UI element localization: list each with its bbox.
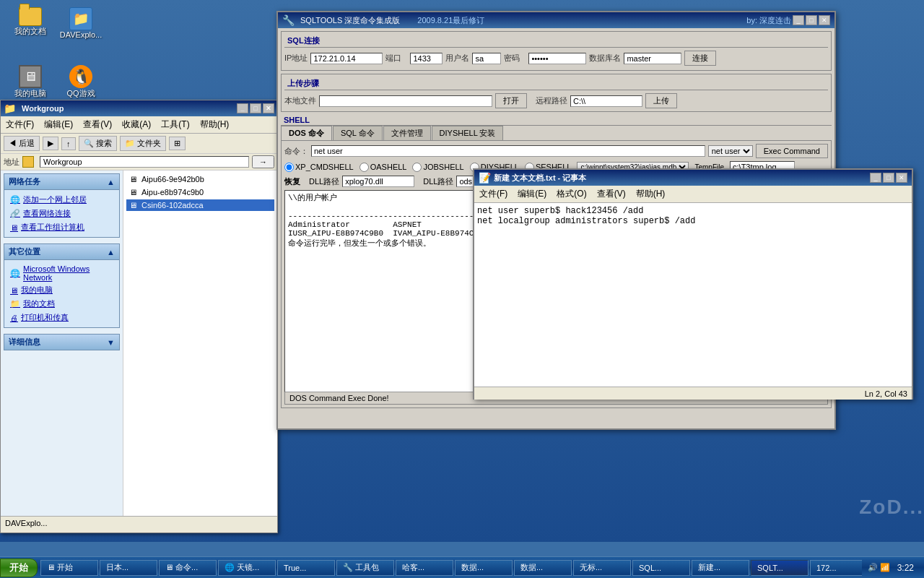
tab-file-manager[interactable]: 文件管理	[383, 126, 431, 140]
explorer-main: 🖥 Aipu66-9e942b0b 🖥 Aipu-e8b974c9b0 🖥 Cs…	[123, 171, 277, 516]
start-button[interactable]: 开始	[0, 558, 38, 577]
notepad-menu-view[interactable]: 查看(V)	[595, 187, 628, 201]
taskbar-item[interactable]: 🖥 开始	[40, 560, 98, 576]
pass-label: 密码	[504, 53, 526, 64]
menu-edit[interactable]: 编辑(E)	[42, 118, 75, 131]
davexplo-icon: 📁	[69, 7, 92, 30]
minimize-button[interactable]: _	[237, 103, 248, 113]
pass-input[interactable]	[528, 53, 586, 64]
radio-oashell[interactable]: OASHELL	[359, 163, 407, 172]
tab-diyshell[interactable]: DIYSHELL 安装	[432, 126, 504, 140]
tab-sql-command[interactable]: SQL 命令	[333, 126, 383, 140]
list-item[interactable]: 🖥 Aipu-e8b974c9b0	[126, 186, 274, 198]
forward-button[interactable]: ▶	[43, 137, 58, 150]
cmd-input[interactable]	[311, 145, 705, 157]
menu-favorites[interactable]: 收藏(A)	[120, 118, 153, 131]
network-tasks-header[interactable]: 网络任务 ▲	[4, 173, 120, 190]
upload-section-label: 上传步骤	[284, 77, 828, 90]
close-button[interactable]: ✕	[263, 103, 274, 113]
search-button[interactable]: 🔍 搜索	[79, 136, 117, 151]
address-input[interactable]: Workgroup	[40, 156, 249, 168]
menu-help[interactable]: 帮助(H)	[198, 118, 232, 131]
sqltools-minimize-btn[interactable]: _	[793, 15, 804, 25]
taskbar-items: 🖥 开始 日本... 🖥 命令... 🌐 天镜... True... 🔧 工具包…	[40, 560, 862, 576]
notepad-menu-format[interactable]: 格式(O)	[554, 187, 588, 201]
local-file-label: 本地文件	[284, 95, 316, 106]
taskbar-item-sqlt[interactable]: SQLT...	[751, 560, 808, 576]
list-item[interactable]: 🖥 Csin66-102adcca	[126, 199, 274, 211]
desktop-icon-qqgame[interactable]: 🐧 QQ游戏	[58, 65, 104, 99]
sqltools-close-btn[interactable]: ✕	[819, 15, 830, 25]
taskbar-item[interactable]: 无标...	[573, 560, 631, 576]
add-network-link[interactable]: 🌐 添加一个网上邻居	[10, 193, 113, 207]
notepad-menu-help[interactable]: 帮助(H)	[634, 187, 668, 201]
sqltools-subtitle: 2009.8.21最后修订	[417, 15, 484, 26]
cmd-dropdown[interactable]: net user	[708, 145, 753, 157]
menu-view[interactable]: 查看(V)	[81, 118, 114, 131]
upload-button[interactable]: 上传	[645, 93, 677, 108]
connect-button[interactable]: 连接	[684, 51, 716, 66]
explorer-menubar: 文件(F) 编辑(E) 查看(V) 收藏(A) 工具(T) 帮助(H)	[1, 116, 277, 134]
my-docs-label: 我的文档	[23, 298, 55, 309]
taskbar-item[interactable]: True...	[277, 560, 335, 576]
taskbar-item[interactable]: 🖥 命令...	[159, 560, 217, 576]
explorer-statusbar: DAVExplo...	[1, 516, 277, 529]
port-label: 端口	[385, 53, 407, 64]
tray-icons: 🔊 📶	[868, 563, 890, 572]
menu-tools[interactable]: 工具(T)	[159, 118, 191, 131]
notepad-menu-file[interactable]: 文件(F)	[477, 187, 510, 201]
maximize-button[interactable]: □	[250, 103, 261, 113]
taskbar-item[interactable]: 172...	[810, 560, 862, 576]
view-workgroup-link[interactable]: 🖥 查看工作组计算机	[10, 220, 113, 234]
radio-xp-cmdshell[interactable]: XP_CMDSHELL	[284, 163, 354, 172]
address-go-button[interactable]: →	[252, 155, 274, 168]
upload-row: 本地文件 打开 远程路径 上传	[284, 93, 828, 108]
taskbar-item[interactable]: 数据...	[514, 560, 572, 576]
exec-command-button[interactable]: Exec Command	[756, 144, 828, 158]
back-button[interactable]: ◀ 后退	[4, 136, 40, 151]
notepad-maximize-btn[interactable]: □	[883, 173, 894, 183]
taskbar-item[interactable]: 日本...	[100, 560, 157, 576]
user-input[interactable]	[472, 53, 501, 64]
taskbar-item[interactable]: SQL...	[632, 560, 690, 576]
item-name-2: Csin66-102adcca	[141, 201, 204, 210]
radio-jobshell[interactable]: JOBSHELL	[412, 163, 463, 172]
taskbar-item[interactable]: 哈客...	[396, 560, 453, 576]
dll-path-input1[interactable]	[342, 176, 414, 187]
db-input[interactable]	[624, 53, 681, 64]
notepad-minimize-btn[interactable]: _	[870, 173, 881, 183]
my-computer-link[interactable]: 🖥 我的电脑	[10, 283, 113, 297]
ip-input[interactable]	[310, 53, 383, 64]
notepad-close-btn[interactable]: ✕	[896, 173, 907, 183]
details-header[interactable]: 详细信息 ▼	[4, 334, 120, 350]
computer-small-icon: 🖥	[129, 201, 137, 210]
remote-path-input[interactable]	[570, 95, 642, 107]
taskbar-item[interactable]: 数据...	[455, 560, 513, 576]
view-connections-link[interactable]: 🔗 查看网络连接	[10, 207, 113, 220]
taskbar-item[interactable]: 🌐 天镜...	[218, 560, 276, 576]
menu-file[interactable]: 文件(F)	[4, 118, 36, 131]
folders-button[interactable]: 📁 文件夹	[120, 136, 166, 151]
open-button[interactable]: 打开	[495, 93, 527, 108]
taskbar-item[interactable]: 🔧 工具包	[336, 560, 394, 576]
taskbar-item[interactable]: 新建...	[692, 560, 749, 576]
network-items-list: 🖥 Aipu66-9e942b0b 🖥 Aipu-e8b974c9b0 🖥 Cs…	[126, 173, 274, 211]
other-places-header[interactable]: 其它位置 ▲	[4, 243, 120, 260]
folder-icon	[19, 7, 42, 26]
desktop-icon-mydocs[interactable]: 我的文档	[7, 7, 53, 37]
desktop-icon-mycomputer[interactable]: 🖥 我的电脑	[7, 65, 53, 99]
printers-link[interactable]: 🖨 打印机和传真	[10, 311, 113, 324]
notepad-content[interactable]: net user superb$ hack123456 /add net loc…	[474, 203, 912, 387]
ms-network-link[interactable]: 🌐 Microsoft Windows Network	[10, 263, 113, 283]
local-file-input[interactable]	[319, 95, 492, 107]
sqltools-restore-btn[interactable]: □	[806, 15, 817, 25]
notepad-menu-edit[interactable]: 编辑(E)	[515, 187, 549, 201]
desktop-icon-davexplo[interactable]: 📁 DAVExplo...	[58, 7, 104, 39]
sql-connection-row: IP地址 端口 用户名 密码 数据库名 连接	[284, 51, 828, 66]
tab-dos-command[interactable]: DOS 命令	[281, 126, 332, 140]
port-input[interactable]	[410, 53, 443, 64]
list-item[interactable]: 🖥 Aipu66-9e942b0b	[126, 173, 274, 185]
up-button[interactable]: ↑	[61, 137, 76, 150]
view-button[interactable]: ⊞	[169, 137, 186, 150]
my-docs-link[interactable]: 📁 我的文档	[10, 297, 113, 311]
